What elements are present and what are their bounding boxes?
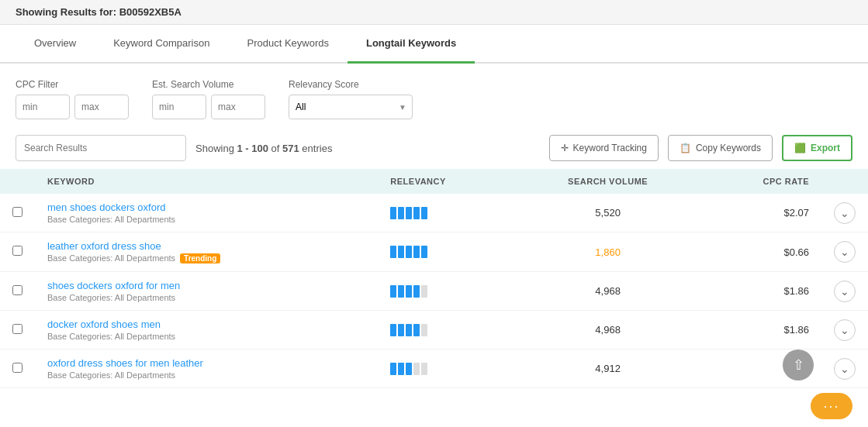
filters-section: CPC Filter Est. Search Volume Relevancy … [0,64,868,127]
tab-overview[interactable]: Overview [16,25,95,64]
table-row: docker oxford shoes menBase Categories: … [0,311,868,350]
th-keyword: KEYWORD [35,169,378,194]
cpc-max-input[interactable] [74,95,129,119]
relevancy-bar [398,324,404,336]
search-volume: 5,520 [517,194,699,232]
est-vol-max-input[interactable] [211,95,265,119]
relevancy-bar [421,246,427,258]
relevancy-bar [413,207,420,219]
relevancy-bar [421,285,427,298]
relevancy-bar [406,285,412,298]
tabs-container: Overview Keyword Comparison Product Keyw… [0,25,868,64]
tab-longtail-keywords[interactable]: Longtail Keywords [348,25,475,64]
relevancy-bar [390,246,396,258]
relevancy-bar [398,246,404,258]
table-row: oxford dress shoes for men leatherBase C… [0,350,868,388]
table-row: leather oxford dress shoeBase Categories… [0,232,868,272]
relevancy-score-label: Relevancy Score [289,79,413,90]
expand-row-button[interactable]: ⌄ [834,202,856,224]
results-prefix: Showing Results for: [16,6,116,18]
relevancy-bars [390,363,504,375]
relevancy-score-select[interactable]: All High Medium Low [289,95,413,119]
scroll-top-button[interactable]: ⇧ [783,350,814,381]
table-row: men shoes dockers oxfordBase Categories:… [0,194,868,232]
search-input[interactable] [16,135,186,161]
relevancy-bars [390,207,504,219]
est-search-volume-label: Est. Search Volume [152,79,265,90]
search-volume: 4,968 [517,272,699,311]
relevancy-bar [390,207,396,219]
product-id: B00592XB5A [119,6,182,18]
relevancy-bar [413,324,420,336]
row-checkbox[interactable] [12,363,22,373]
est-vol-min-input[interactable] [152,95,206,119]
cpc-filter-label: CPC Filter [16,79,129,90]
keyword-name[interactable]: men shoes dockers oxford [47,201,365,213]
expand-row-button[interactable]: ⌄ [834,241,856,263]
copy-keywords-button[interactable]: 📋 Copy Keywords [668,135,773,161]
cpc-min-input[interactable] [16,95,70,119]
keyword-name[interactable]: oxford dress shoes for men leather [47,357,365,369]
relevancy-bar [398,285,404,298]
search-volume: 4,968 [517,311,699,350]
expand-row-button[interactable]: ⌄ [834,358,856,380]
tab-keyword-comparison[interactable]: Keyword Comparison [95,25,228,64]
th-checkbox [0,169,35,194]
export-icon: 🟩 [794,143,806,153]
est-search-volume-group: Est. Search Volume [152,79,265,119]
search-volume: 4,912 [517,350,699,388]
top-bar: Showing Results for: B00592XB5A [0,0,868,25]
th-expand [821,169,868,194]
keyword-name[interactable]: docker oxford shoes men [47,319,365,330]
relevancy-bar [406,363,412,375]
relevancy-bar [413,285,420,298]
relevancy-bars [390,285,504,298]
relevancy-bar [421,363,427,375]
search-volume: 1,860 [517,232,699,272]
base-category: Base Categories: All Departments [47,332,365,341]
base-category: Base Categories: All Departments [47,370,365,380]
relevancy-bar [390,324,396,336]
relevancy-bar [406,246,412,258]
keyword-table: KEYWORD RELEVANCY SEARCH VOLUME CPC RATE… [0,169,868,388]
base-category: Base Categories: All Departments [47,293,365,302]
row-checkbox[interactable] [12,246,22,256]
export-button[interactable]: 🟩 Export [782,135,852,161]
export-label: Export [811,143,840,153]
expand-row-button[interactable]: ⌄ [834,281,856,302]
keyword-name[interactable]: shoes dockers oxford for men [47,280,365,291]
keyword-name[interactable]: leather oxford dress shoe [47,240,365,252]
relevancy-bar [413,363,420,375]
row-checkbox[interactable] [12,285,22,295]
tab-product-keywords[interactable]: Product Keywords [228,25,348,64]
copy-icon: 📋 [680,143,691,153]
cpc-rate: $1.86 [699,272,821,311]
base-category: Base Categories: All Departments [47,215,365,224]
relevancy-bars [390,246,504,258]
row-checkbox[interactable] [12,207,22,217]
relevancy-bar [406,207,412,219]
cpc-rate: $2.07 [699,194,821,232]
relevancy-bar [398,363,404,375]
relevancy-bar [390,363,396,375]
relevancy-bar [406,324,412,336]
relevancy-bar [421,324,427,336]
table-header-row: KEYWORD RELEVANCY SEARCH VOLUME CPC RATE [0,169,868,194]
table-row: shoes dockers oxford for menBase Categor… [0,272,868,311]
keyword-table-container: KEYWORD RELEVANCY SEARCH VOLUME CPC RATE… [0,169,868,388]
cpc-rate: $1.86 [699,311,821,350]
relevancy-score-group: Relevancy Score All High Medium Low [289,79,413,119]
cpc-filter-group: CPC Filter [16,79,129,119]
relevancy-bar [398,207,404,219]
cpc-rate: $0.66 [699,232,821,272]
keyword-tracking-button[interactable]: ✛ Keyword Tracking [549,135,659,161]
expand-row-button[interactable]: ⌄ [834,319,856,341]
row-checkbox[interactable] [12,324,22,334]
relevancy-bar [421,207,427,219]
plus-icon: ✛ [561,143,569,153]
th-search-volume: SEARCH VOLUME [517,169,699,194]
th-relevancy: RELEVANCY [378,169,517,194]
th-cpc-rate: CPC RATE [699,169,821,194]
relevancy-bar [413,246,420,258]
base-category: Base Categories: All DepartmentsTrending [47,253,365,263]
